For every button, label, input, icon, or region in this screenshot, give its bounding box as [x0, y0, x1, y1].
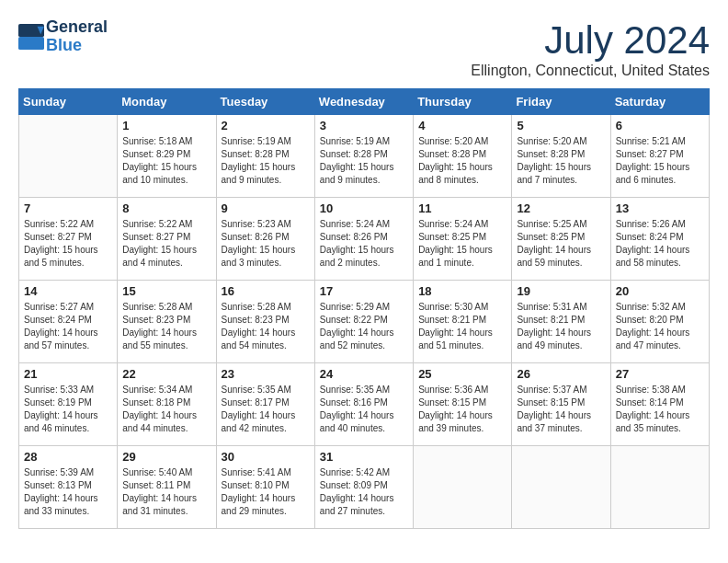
- calendar-cell: 20 Sunrise: 5:32 AM Sunset: 8:20 PM Dayl…: [610, 281, 709, 363]
- logo-icon: [18, 24, 44, 50]
- daylight-text: Daylight: 15 hours and 3 minutes.: [222, 244, 310, 270]
- day-number: 3: [320, 119, 408, 132]
- month-title: July 2024: [471, 18, 710, 63]
- week-row-2: 7 Sunrise: 5:22 AM Sunset: 8:27 PM Dayli…: [19, 198, 710, 281]
- sunset-text: Sunset: 8:24 PM: [616, 231, 704, 244]
- header-day-friday: Friday: [512, 89, 610, 115]
- sunrise-text: Sunrise: 5:24 AM: [418, 218, 506, 231]
- week-row-1: 1 Sunrise: 5:18 AM Sunset: 8:29 PM Dayli…: [19, 115, 710, 198]
- sunrise-text: Sunrise: 5:20 AM: [517, 135, 605, 148]
- day-info: Sunrise: 5:38 AM Sunset: 8:14 PM Dayligh…: [616, 384, 704, 435]
- sunrise-text: Sunrise: 5:18 AM: [122, 135, 210, 148]
- day-number: 23: [222, 367, 310, 381]
- day-info: Sunrise: 5:24 AM Sunset: 8:26 PM Dayligh…: [320, 218, 408, 270]
- day-info: Sunrise: 5:39 AM Sunset: 8:13 PM Dayligh…: [24, 466, 112, 518]
- calendar-cell: 13 Sunrise: 5:26 AM Sunset: 8:24 PM Dayl…: [610, 198, 709, 281]
- daylight-text: Daylight: 15 hours and 10 minutes.: [122, 161, 210, 187]
- sunrise-text: Sunrise: 5:35 AM: [222, 384, 310, 396]
- logo-text: General Blue: [46, 18, 108, 55]
- sunrise-text: Sunrise: 5:34 AM: [122, 384, 210, 396]
- sunrise-text: Sunrise: 5:32 AM: [616, 301, 704, 314]
- calendar-cell: 3 Sunrise: 5:19 AM Sunset: 8:28 PM Dayli…: [314, 115, 413, 198]
- sunrise-text: Sunrise: 5:26 AM: [616, 218, 704, 231]
- day-info: Sunrise: 5:19 AM Sunset: 8:28 PM Dayligh…: [320, 135, 408, 187]
- sunrise-text: Sunrise: 5:41 AM: [222, 466, 310, 479]
- day-info: Sunrise: 5:20 AM Sunset: 8:28 PM Dayligh…: [418, 135, 506, 187]
- day-number: 11: [418, 201, 506, 215]
- day-info: Sunrise: 5:28 AM Sunset: 8:23 PM Dayligh…: [222, 301, 310, 352]
- day-info: Sunrise: 5:22 AM Sunset: 8:27 PM Dayligh…: [24, 218, 112, 270]
- day-number: 15: [122, 284, 210, 298]
- daylight-text: Daylight: 15 hours and 6 minutes.: [616, 161, 704, 187]
- day-number: 1: [122, 119, 210, 132]
- daylight-text: Daylight: 14 hours and 51 minutes.: [418, 327, 506, 352]
- calendar-cell: 17 Sunrise: 5:29 AM Sunset: 8:22 PM Dayl…: [314, 281, 413, 363]
- calendar-cell: [19, 115, 118, 198]
- sunset-text: Sunset: 8:20 PM: [616, 314, 704, 327]
- calendar-cell: 26 Sunrise: 5:37 AM Sunset: 8:15 PM Dayl…: [512, 363, 610, 446]
- sunset-text: Sunset: 8:26 PM: [222, 231, 310, 244]
- day-number: 6: [616, 119, 704, 132]
- day-number: 28: [24, 450, 112, 464]
- sunrise-text: Sunrise: 5:28 AM: [122, 301, 210, 314]
- daylight-text: Daylight: 14 hours and 40 minutes.: [320, 409, 408, 435]
- calendar-cell: 9 Sunrise: 5:23 AM Sunset: 8:26 PM Dayli…: [216, 198, 314, 281]
- sunset-text: Sunset: 8:13 PM: [24, 479, 112, 492]
- day-info: Sunrise: 5:24 AM Sunset: 8:25 PM Dayligh…: [418, 218, 506, 270]
- calendar-cell: 5 Sunrise: 5:20 AM Sunset: 8:28 PM Dayli…: [512, 115, 610, 198]
- day-number: 31: [320, 450, 408, 464]
- sunset-text: Sunset: 8:15 PM: [418, 396, 506, 409]
- sunrise-text: Sunrise: 5:22 AM: [122, 218, 210, 231]
- day-info: Sunrise: 5:37 AM Sunset: 8:15 PM Dayligh…: [517, 384, 605, 435]
- header-row: SundayMondayTuesdayWednesdayThursdayFrid…: [19, 89, 710, 115]
- day-info: Sunrise: 5:34 AM Sunset: 8:18 PM Dayligh…: [122, 384, 210, 435]
- sunrise-text: Sunrise: 5:30 AM: [418, 301, 506, 314]
- day-number: 22: [122, 367, 210, 381]
- day-number: 25: [418, 367, 506, 381]
- calendar-cell: 6 Sunrise: 5:21 AM Sunset: 8:27 PM Dayli…: [610, 115, 709, 198]
- sunrise-text: Sunrise: 5:36 AM: [418, 384, 506, 396]
- sunrise-text: Sunrise: 5:22 AM: [24, 218, 112, 231]
- header-day-thursday: Thursday: [414, 89, 512, 115]
- daylight-text: Daylight: 14 hours and 54 minutes.: [222, 327, 310, 352]
- calendar-cell: 18 Sunrise: 5:30 AM Sunset: 8:21 PM Dayl…: [414, 281, 512, 363]
- sunrise-text: Sunrise: 5:19 AM: [320, 135, 408, 148]
- sunset-text: Sunset: 8:21 PM: [418, 314, 506, 327]
- header-day-sunday: Sunday: [19, 89, 118, 115]
- calendar-cell: [610, 446, 709, 529]
- sunset-text: Sunset: 8:24 PM: [24, 314, 112, 327]
- header-day-tuesday: Tuesday: [216, 89, 314, 115]
- day-number: 18: [418, 284, 506, 298]
- sunset-text: Sunset: 8:28 PM: [418, 148, 506, 161]
- day-number: 29: [122, 450, 210, 464]
- day-info: Sunrise: 5:32 AM Sunset: 8:20 PM Dayligh…: [616, 301, 704, 352]
- daylight-text: Daylight: 14 hours and 35 minutes.: [616, 409, 704, 435]
- day-info: Sunrise: 5:41 AM Sunset: 8:10 PM Dayligh…: [222, 466, 310, 518]
- day-number: 4: [418, 119, 506, 132]
- sunrise-text: Sunrise: 5:40 AM: [122, 466, 210, 479]
- daylight-text: Daylight: 14 hours and 39 minutes.: [418, 409, 506, 435]
- day-info: Sunrise: 5:33 AM Sunset: 8:19 PM Dayligh…: [24, 384, 112, 435]
- sunrise-text: Sunrise: 5:39 AM: [24, 466, 112, 479]
- header-day-monday: Monday: [118, 89, 216, 115]
- daylight-text: Daylight: 15 hours and 5 minutes.: [24, 244, 112, 270]
- day-number: 27: [616, 367, 704, 381]
- sunset-text: Sunset: 8:16 PM: [320, 396, 408, 409]
- calendar-cell: 27 Sunrise: 5:38 AM Sunset: 8:14 PM Dayl…: [610, 363, 709, 446]
- calendar-cell: 23 Sunrise: 5:35 AM Sunset: 8:17 PM Dayl…: [216, 363, 314, 446]
- day-number: 12: [517, 201, 605, 215]
- calendar-cell: 25 Sunrise: 5:36 AM Sunset: 8:15 PM Dayl…: [414, 363, 512, 446]
- sunset-text: Sunset: 8:23 PM: [222, 314, 310, 327]
- calendar-cell: 11 Sunrise: 5:24 AM Sunset: 8:25 PM Dayl…: [414, 198, 512, 281]
- daylight-text: Daylight: 14 hours and 47 minutes.: [616, 327, 704, 352]
- calendar-cell: 31 Sunrise: 5:42 AM Sunset: 8:09 PM Dayl…: [314, 446, 413, 529]
- day-info: Sunrise: 5:40 AM Sunset: 8:11 PM Dayligh…: [122, 466, 210, 518]
- sunset-text: Sunset: 8:25 PM: [418, 231, 506, 244]
- day-number: 20: [616, 284, 704, 298]
- daylight-text: Daylight: 14 hours and 27 minutes.: [320, 492, 408, 518]
- sunrise-text: Sunrise: 5:19 AM: [222, 135, 310, 148]
- daylight-text: Daylight: 15 hours and 8 minutes.: [418, 161, 506, 187]
- daylight-text: Daylight: 15 hours and 9 minutes.: [222, 161, 310, 187]
- sunrise-text: Sunrise: 5:24 AM: [320, 218, 408, 231]
- logo-line1: General: [46, 18, 108, 37]
